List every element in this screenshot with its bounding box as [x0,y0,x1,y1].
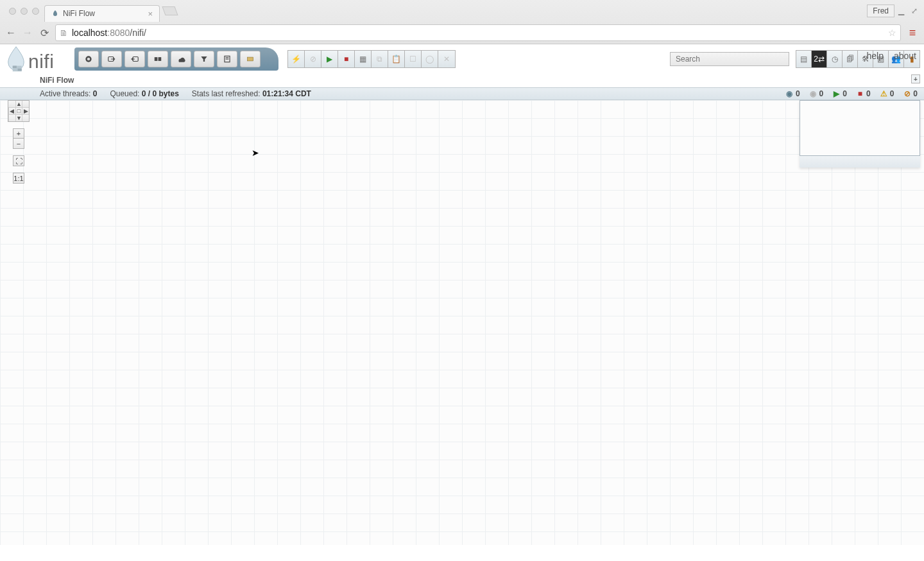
pan-center-button[interactable]: □ [15,107,22,114]
address-bar: ← → ⟳ 🗎 localhost:8080/nifi/ ☆ ≡ [0,22,924,44]
zoom-fit-button[interactable]: ⛶ [13,156,24,166]
navigation-panel: ▲ ◀ □ ▶ ▼ + − ⛶ 1:1 [8,100,30,184]
enable-button[interactable]: ⚡ [288,51,305,67]
chrome-menu-icon[interactable]: ≡ [906,26,919,40]
expand-breadcrumb-button[interactable]: + [911,74,920,83]
chrome-user-button[interactable]: Fred [867,4,894,17]
disabled-icon: ⊘ [903,90,911,98]
close-window-icon[interactable] [9,8,16,15]
add-remote-process-group-button[interactable] [171,51,191,67]
invalid-count: ⚠0 [880,89,894,98]
search-input[interactable] [670,52,789,66]
bookmark-icon[interactable]: ☆ [888,28,896,38]
zoom-controls: + − [13,128,24,149]
start-button[interactable]: ▶ [321,51,338,67]
queued-label: Queued: [110,89,141,98]
tab-bar: NiFi Flow × Fred ▁ ⤢ [0,0,924,22]
active-threads-value: 0 [93,89,98,98]
new-tab-button[interactable] [162,6,178,15]
pan-up-button[interactable]: ▲ [15,101,22,107]
flow-canvas[interactable] [0,100,924,545]
status-bar: Active threads: 0 Queued: 0 / 0 bytes St… [0,87,924,100]
disabled-count: ⊘0 [903,89,918,98]
zoom-window-icon[interactable] [32,8,39,15]
counters-button[interactable]: 2⇄ [812,51,827,67]
running-count: ▶0 [832,89,847,98]
transmitting-count: ◉0 [785,89,800,98]
delete-button[interactable]: ✕ [438,51,455,67]
add-template-button[interactable] [217,51,237,67]
minimize-icon[interactable]: ▁ [898,6,907,15]
action-toolbar: ⚡ ⊘ ▶ ■ ▦ ⧉ 📋 ☐ ◯ ✕ [287,50,456,68]
window-controls [9,8,39,15]
browser-tab[interactable]: NiFi Flow × [44,5,160,22]
close-tab-icon[interactable]: × [148,9,153,19]
url-path: /nifi/ [130,28,146,38]
minimize-window-icon[interactable] [21,8,28,15]
page-icon: 🗎 [60,28,68,38]
nifi-text: nifi [28,51,54,73]
provenance-button[interactable]: 🗐 [843,51,858,67]
nifi-app: help about nifi ⚡ ⊘ ▶ ■ [0,44,924,545]
add-funnel-button[interactable] [194,51,214,67]
pan-down-button[interactable]: ▼ [15,114,22,121]
disable-button[interactable]: ⊘ [305,51,321,67]
svg-rect-1 [13,65,17,68]
copy-button[interactable]: ⧉ [372,51,388,67]
svg-rect-10 [226,57,229,58]
queued-value: 0 / 0 bytes [142,89,179,98]
mouse-cursor-icon: ➤ [252,148,259,158]
about-link[interactable]: about [894,51,916,61]
paste-button[interactable]: 📋 [388,51,405,67]
active-threads-label: Active threads: [40,89,93,98]
forward-button[interactable]: → [22,27,33,39]
refreshed-label: Stats last refreshed: [192,89,262,98]
not-transmitting-icon: ◉ [809,90,817,98]
tab-title: NiFi Flow [63,9,95,18]
transmitting-icon: ◉ [785,90,794,98]
reload-button[interactable]: ⟳ [38,27,50,39]
nifi-favicon-icon [51,10,59,17]
url-host: localhost [72,28,107,38]
component-palette [74,47,278,71]
url-port: :8080 [107,28,130,38]
invalid-icon: ⚠ [880,90,888,98]
create-template-button[interactable]: ▦ [355,51,372,67]
nifi-toolbar: nifi ⚡ ⊘ ▶ ■ ▦ ⧉ 📋 ☐ ◯ ✕ ▤ [0,44,924,73]
zoom-actual-button[interactable]: 1:1 [13,173,24,183]
refreshed-value: 01:21:34 CDT [262,89,311,98]
add-output-port-button[interactable] [124,51,145,67]
pan-left-button[interactable]: ◀ [8,107,15,114]
color-button[interactable]: ◯ [422,51,438,67]
svg-rect-7 [155,57,158,61]
help-link[interactable]: help [866,51,883,61]
stopped-count: ■0 [856,89,871,98]
group-button[interactable]: ☐ [405,51,422,67]
running-icon: ▶ [832,90,841,98]
pan-controls: ▲ ◀ □ ▶ ▼ [8,100,30,122]
nifi-drop-icon [4,46,28,73]
add-label-button[interactable] [240,51,261,67]
zoom-in-button[interactable]: + [13,129,24,139]
url-input[interactable]: 🗎 localhost:8080/nifi/ ☆ [55,24,901,41]
add-input-port-button[interactable] [101,51,122,67]
summary-button[interactable]: ▤ [796,51,812,67]
pan-right-button[interactable]: ▶ [22,107,29,114]
add-process-group-button[interactable] [148,51,168,67]
svg-rect-8 [158,57,162,61]
maximize-icon[interactable]: ⤢ [911,6,920,15]
breadcrumb[interactable]: NiFi Flow [40,76,74,85]
search-wrap [670,52,789,66]
birdseye-minimap[interactable] [800,100,920,168]
svg-point-4 [87,57,90,60]
history-button[interactable]: ◷ [827,51,843,67]
stop-button[interactable]: ■ [338,51,355,67]
add-processor-button[interactable] [78,51,99,67]
zoom-out-button[interactable]: − [13,139,24,148]
nifi-logo: nifi [4,46,74,73]
svg-rect-12 [247,57,253,61]
back-button[interactable]: ← [5,27,17,39]
stopped-icon: ■ [856,90,864,98]
canvas-wrap: ▲ ◀ □ ▶ ▼ + − ⛶ 1:1 ➤ [0,100,924,545]
status-counts: ◉0 ◉0 ▶0 ■0 ⚠0 ⊘0 [785,89,918,98]
